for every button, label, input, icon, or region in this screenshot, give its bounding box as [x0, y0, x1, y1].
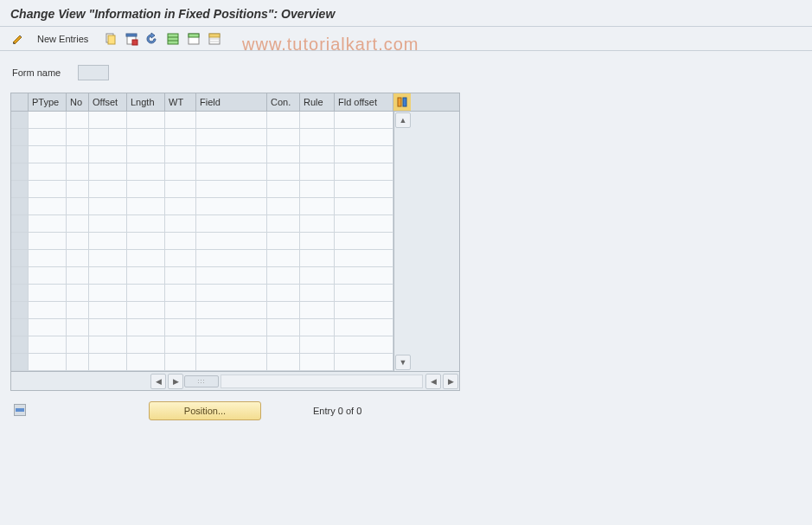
table-cell[interactable]: [29, 233, 67, 250]
table-cell[interactable]: [29, 250, 67, 267]
table-cell[interactable]: [67, 198, 89, 215]
table-cell[interactable]: [89, 146, 127, 163]
table-cell[interactable]: [67, 146, 89, 163]
table-cell[interactable]: [196, 146, 267, 163]
table-cell[interactable]: [29, 267, 67, 285]
deselect-all-icon[interactable]: [205, 30, 224, 48]
col-header-field[interactable]: Field: [196, 93, 267, 111]
table-cell[interactable]: [89, 336, 127, 354]
row-selector-cell[interactable]: [11, 354, 29, 371]
table-cell[interactable]: [300, 267, 335, 285]
table-cell[interactable]: [335, 336, 393, 354]
table-cell[interactable]: [67, 250, 89, 267]
table-cell[interactable]: [127, 129, 165, 146]
table-cell[interactable]: [165, 354, 196, 371]
row-selector-cell[interactable]: [11, 233, 29, 250]
table-cell[interactable]: [29, 146, 67, 163]
table-row[interactable]: [11, 302, 393, 319]
row-selector-cell[interactable]: [11, 285, 29, 302]
table-cell[interactable]: [67, 302, 89, 319]
undo-change-icon[interactable]: [143, 30, 162, 48]
row-selector-cell[interactable]: [11, 181, 29, 198]
table-cell[interactable]: [89, 354, 127, 371]
table-cell[interactable]: [127, 146, 165, 163]
table-cell[interactable]: [267, 181, 300, 198]
table-cell[interactable]: [335, 285, 393, 302]
table-cell[interactable]: [300, 250, 335, 267]
table-cell[interactable]: [196, 198, 267, 215]
table-cell[interactable]: [165, 285, 196, 302]
table-config-icon[interactable]: [393, 93, 411, 111]
table-cell[interactable]: [29, 336, 67, 354]
table-cell[interactable]: [335, 233, 393, 250]
col-header-lngth[interactable]: Lngth: [127, 93, 165, 111]
table-cell[interactable]: [89, 267, 127, 285]
table-cell[interactable]: [335, 250, 393, 267]
table-cell[interactable]: [196, 215, 267, 233]
table-cell[interactable]: [29, 319, 67, 336]
table-cell[interactable]: [267, 233, 300, 250]
table-cell[interactable]: [89, 198, 127, 215]
table-cell[interactable]: [267, 354, 300, 371]
row-selector-header[interactable]: [11, 93, 29, 111]
row-selector-cell[interactable]: [11, 336, 29, 354]
table-cell[interactable]: [29, 354, 67, 371]
toggle-change-icon[interactable]: [9, 30, 28, 48]
table-cell[interactable]: [165, 336, 196, 354]
table-row[interactable]: [11, 250, 393, 267]
table-cell[interactable]: [67, 163, 89, 181]
table-cell[interactable]: [127, 163, 165, 181]
col-header-fldoffset[interactable]: Fld offset: [335, 93, 393, 111]
table-cell[interactable]: [267, 267, 300, 285]
table-cell[interactable]: [165, 302, 196, 319]
table-cell[interactable]: [196, 302, 267, 319]
table-cell[interactable]: [300, 163, 335, 181]
table-cell[interactable]: [300, 181, 335, 198]
col-header-no[interactable]: No: [67, 93, 89, 111]
row-selector-cell[interactable]: [11, 129, 29, 146]
table-cell[interactable]: [29, 163, 67, 181]
table-cell[interactable]: [196, 354, 267, 371]
table-cell[interactable]: [267, 198, 300, 215]
table-row[interactable]: [11, 285, 393, 302]
table-cell[interactable]: [67, 181, 89, 198]
table-cell[interactable]: [127, 198, 165, 215]
row-selector-cell[interactable]: [11, 267, 29, 285]
table-cell[interactable]: [127, 233, 165, 250]
table-cell[interactable]: [89, 215, 127, 233]
table-row[interactable]: [11, 336, 393, 354]
scroll-down-icon[interactable]: ▼: [395, 355, 411, 370]
row-selector-cell[interactable]: [11, 198, 29, 215]
table-cell[interactable]: [127, 319, 165, 336]
table-cell[interactable]: [196, 285, 267, 302]
select-block-icon[interactable]: [184, 30, 203, 48]
table-cell[interactable]: [127, 302, 165, 319]
table-cell[interactable]: [300, 233, 335, 250]
table-cell[interactable]: [300, 112, 335, 129]
table-cell[interactable]: [67, 319, 89, 336]
table-cell[interactable]: [67, 267, 89, 285]
table-cell[interactable]: [67, 129, 89, 146]
table-cell[interactable]: [29, 198, 67, 215]
table-cell[interactable]: [300, 319, 335, 336]
table-cell[interactable]: [196, 336, 267, 354]
table-cell[interactable]: [165, 146, 196, 163]
table-cell[interactable]: [127, 354, 165, 371]
table-cell[interactable]: [89, 181, 127, 198]
table-cell[interactable]: [267, 163, 300, 181]
col-header-rule[interactable]: Rule: [300, 93, 335, 111]
table-cell[interactable]: [335, 319, 393, 336]
table-cell[interactable]: [196, 129, 267, 146]
table-row[interactable]: [11, 129, 393, 146]
table-cell[interactable]: [67, 112, 89, 129]
table-cell[interactable]: [165, 233, 196, 250]
table-row[interactable]: [11, 267, 393, 285]
table-row[interactable]: [11, 233, 393, 250]
table-cell[interactable]: [165, 163, 196, 181]
table-cell[interactable]: [196, 233, 267, 250]
table-cell[interactable]: [267, 129, 300, 146]
table-cell[interactable]: [165, 198, 196, 215]
col-header-wt[interactable]: WT: [165, 93, 196, 111]
table-row[interactable]: [11, 354, 393, 371]
table-cell[interactable]: [335, 181, 393, 198]
